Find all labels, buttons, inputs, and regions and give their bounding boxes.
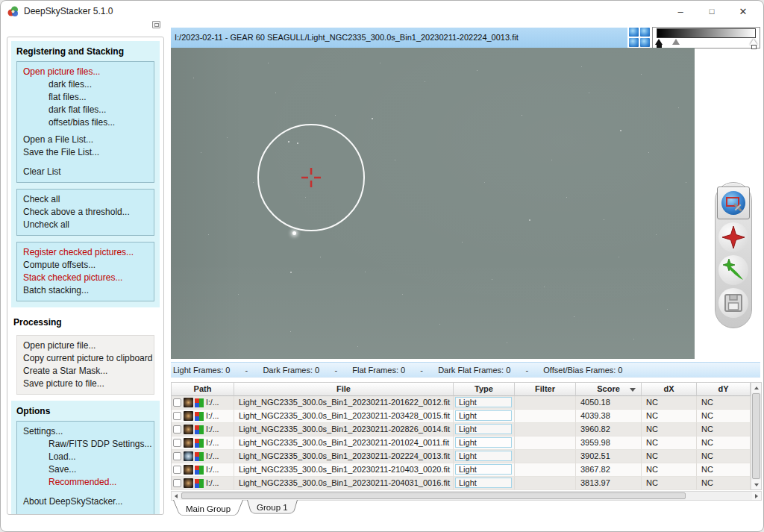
scroll-right-icon[interactable] <box>752 492 761 500</box>
tab-main-group-label: Main Group <box>186 504 231 513</box>
bayer-pattern-icon <box>195 412 204 421</box>
black-point-marker[interactable] <box>655 39 663 45</box>
row-checkbox[interactable] <box>173 425 181 434</box>
link-register-checked[interactable]: Register checked pictures... <box>17 246 154 259</box>
star-field-bright <box>171 48 172 49</box>
white-point-handle[interactable] <box>751 45 757 49</box>
link-compute-offsets[interactable]: Compute offsets... <box>17 259 154 272</box>
link-open-picture-files[interactable]: Open picture files... <box>17 66 154 78</box>
row-filter-cell[interactable] <box>515 423 576 436</box>
link-about[interactable]: About DeepSkyStacker... <box>17 495 154 508</box>
row-score: 4039.38 <box>576 410 642 423</box>
row-filter-cell[interactable] <box>515 436 576 450</box>
link-save-settings[interactable]: Save... <box>17 463 154 476</box>
row-filter-cell[interactable] <box>515 410 576 423</box>
header-filter[interactable]: Filter <box>515 383 576 396</box>
row-type-cell[interactable]: Light <box>454 396 515 410</box>
comet-edit-mode-button[interactable] <box>718 255 748 285</box>
table-row[interactable]: I:/... Light_NGC2335_300.0s_Bin1_2023021… <box>172 410 751 423</box>
row-filter-cell[interactable] <box>515 463 576 477</box>
row-path: I:/... <box>206 423 219 436</box>
header-file[interactable]: File <box>234 383 454 396</box>
minimize-icon: – <box>677 6 683 17</box>
link-open-file-list[interactable]: Open a File List... <box>17 134 154 146</box>
row-type-cell[interactable]: Light <box>454 410 515 423</box>
close-button[interactable]: ✕ <box>727 1 759 22</box>
link-check-all[interactable]: Check all <box>17 193 154 206</box>
row-score: 3813.97 <box>576 477 642 490</box>
image-viewer[interactable] <box>171 48 695 359</box>
star-edit-mode-button[interactable] <box>718 222 748 252</box>
check-group: Check all Check above a threshold... Unc… <box>16 189 154 236</box>
row-type-cell[interactable]: Light <box>454 463 515 477</box>
link-load-settings[interactable]: Load... <box>17 451 154 463</box>
row-type-cell[interactable]: Light <box>454 436 515 450</box>
row-type-cell[interactable]: Light <box>454 450 515 463</box>
save-changes-button[interactable] <box>718 288 748 318</box>
link-raw-fits-ddp-settings[interactable]: Raw/FITS DDP Settings... <box>17 438 154 451</box>
link-dark-flat-files[interactable]: dark flat files... <box>17 104 154 116</box>
separator: - <box>510 366 543 375</box>
selection-mode-button[interactable] <box>717 187 750 219</box>
link-save-file-list[interactable]: Save the File List... <box>17 146 154 159</box>
scroll-down-icon[interactable] <box>751 480 761 489</box>
link-stack-checked[interactable]: Stack checked pictures... <box>17 272 154 284</box>
row-checkbox[interactable] <box>173 452 181 460</box>
table-row[interactable]: I:/... Light_NGC2335_300.0s_Bin1_2023021… <box>172 463 751 477</box>
histogram-stretch-slider[interactable] <box>652 27 760 48</box>
minimize-button[interactable]: – <box>665 1 696 22</box>
table-row[interactable]: I:/... Light_NGC2335_300.0s_Bin1_2023021… <box>172 396 751 410</box>
vertical-scroll-thumb[interactable] <box>752 393 760 479</box>
link-recommended-settings[interactable]: Recommended... <box>17 476 154 489</box>
link-check-above-threshold[interactable]: Check above a threshold... <box>17 206 154 219</box>
bayer-pattern-icon <box>195 439 204 448</box>
table-vertical-scrollbar[interactable] <box>751 383 761 489</box>
link-flat-files[interactable]: flat files... <box>17 91 154 104</box>
table-row[interactable]: I:/... Light_NGC2335_300.0s_Bin1_2023021… <box>172 477 751 490</box>
header-dy[interactable]: dY <box>697 383 751 396</box>
row-filter-cell[interactable] <box>515 477 576 490</box>
scroll-up-icon[interactable] <box>751 383 761 392</box>
app-logo-icon <box>7 6 19 17</box>
tab-main-group[interactable]: Main Group <box>173 500 243 519</box>
row-type-cell[interactable]: Light <box>454 423 515 436</box>
link-uncheck-all[interactable]: Uncheck all <box>17 219 154 231</box>
row-checkbox[interactable] <box>173 466 181 474</box>
row-checkbox[interactable] <box>173 479 181 487</box>
link-dark-files[interactable]: dark files... <box>17 78 154 91</box>
link-copy-to-clipboard[interactable]: Copy current picture to clipboard <box>17 352 154 365</box>
undock-panel-icon[interactable] <box>152 21 160 28</box>
sort-descending-icon <box>630 388 636 392</box>
row-filter-cell[interactable] <box>515 450 576 463</box>
header-score[interactable]: Score <box>576 383 642 396</box>
header-type[interactable]: Type <box>454 383 515 396</box>
row-filter-cell[interactable] <box>515 396 576 410</box>
link-batch-stacking[interactable]: Batch stacking... <box>17 284 154 297</box>
table-row-current[interactable]: I:/... Light_NGC2335_300.0s_Bin1_2023021… <box>172 450 751 463</box>
row-checkbox[interactable] <box>173 439 181 447</box>
row-type-cell[interactable]: Light <box>454 477 515 490</box>
row-checkbox[interactable] <box>173 412 181 420</box>
row-dx: NC <box>642 423 697 436</box>
maximize-icon: □ <box>710 7 715 16</box>
header-path[interactable]: Path <box>172 383 234 396</box>
link-clear-list[interactable]: Clear List <box>17 166 154 178</box>
midtone-marker[interactable] <box>672 39 680 45</box>
table-row[interactable]: I:/... Light_NGC2335_300.0s_Bin1_2023021… <box>172 436 751 450</box>
light-frames-count: Light Frames: 0 <box>173 366 230 375</box>
table-row[interactable]: I:/... Light_NGC2335_300.0s_Bin1_2023021… <box>172 423 751 436</box>
row-checkbox[interactable] <box>173 398 181 407</box>
header-dx[interactable]: dX <box>642 383 697 396</box>
link-settings[interactable]: Settings... <box>17 425 154 438</box>
tab-group-1[interactable]: Group 1 <box>247 500 298 516</box>
scroll-left-icon[interactable] <box>172 492 181 500</box>
link-offset-bias-files[interactable]: offset/bias files... <box>17 116 154 129</box>
row-dy: NC <box>697 436 751 450</box>
white-point-marker[interactable] <box>750 39 757 45</box>
maximize-button[interactable]: □ <box>696 1 727 22</box>
four-panel-view-icon[interactable] <box>629 28 650 48</box>
link-create-star-mask[interactable]: Create a Star Mask... <box>17 365 154 378</box>
horizontal-scroll-thumb[interactable] <box>181 492 686 499</box>
link-open-picture-file[interactable]: Open picture file... <box>17 339 154 352</box>
link-save-picture-to-file[interactable]: Save picture to file... <box>17 378 154 390</box>
